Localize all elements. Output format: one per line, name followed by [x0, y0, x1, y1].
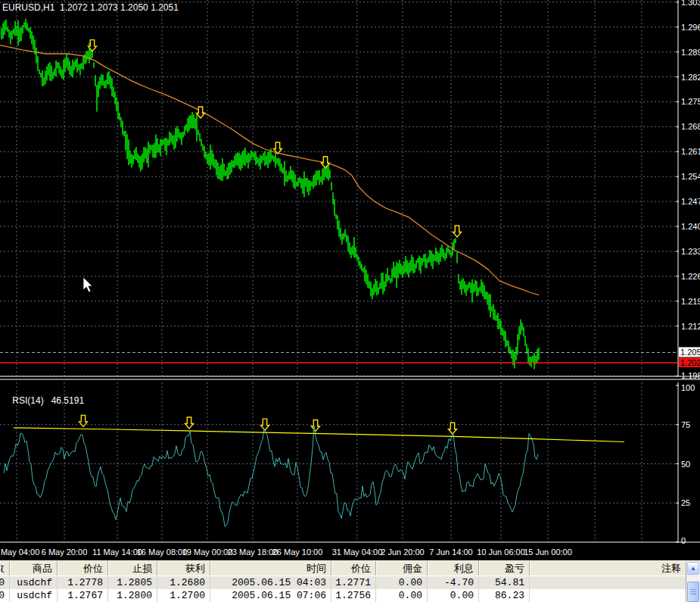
order-cell: 1.2700 — [157, 589, 210, 602]
svg-text:16 May 08:00: 16 May 08:00 — [137, 547, 188, 557]
order-cell: 1.2778 — [58, 576, 108, 589]
order-cell: 54.81 — [479, 576, 530, 589]
svg-text:0: 0 — [681, 536, 686, 545]
svg-text:1.2195: 1.2195 — [681, 297, 700, 306]
terminal-scrollbar[interactable]: ▲ — [686, 562, 700, 602]
terminal-header-5[interactable]: 时间 — [210, 561, 331, 575]
svg-text:1.2545: 1.2545 — [681, 172, 700, 181]
svg-text:31 May 04:00: 31 May 04:00 — [332, 547, 383, 557]
price-chart[interactable]: 1.30351.29651.28951.28251.27551.26851.26… — [0, 0, 700, 560]
terminal-header-7[interactable]: 佣金 — [376, 561, 428, 575]
rsi-axis[interactable]: 1007550250 — [676, 382, 695, 545]
order-cell: 0.00 — [376, 576, 428, 589]
terminal-header-10[interactable]: 注释 — [530, 561, 686, 575]
svg-text:1.2335: 1.2335 — [681, 247, 700, 256]
scrollbar-grip-icon — [690, 589, 696, 594]
order-cell: 0.00 — [376, 589, 428, 602]
order-cell: 00 — [0, 589, 10, 602]
chart-ohlc-title: EURUSD,H1 1.2072 1.2073 1.2050 1.2051 — [2, 2, 179, 13]
svg-text:23 May 18:00: 23 May 18:00 — [228, 547, 278, 557]
sell-arrow-icon — [453, 226, 462, 237]
terminal-header-3[interactable]: 止损 — [108, 561, 157, 575]
rsi-indicator-name: RSI(14) — [12, 395, 43, 406]
trading-terminal-window: EURUSD,H1 1.2072 1.2073 1.2050 1.2051 RS… — [0, 0, 700, 602]
svg-text:1.2405: 1.2405 — [681, 222, 700, 231]
terminal-rows: 00usdchf1.27781.28051.26802005.06.15 04:… — [0, 576, 700, 602]
sell-arrow-icon — [185, 417, 194, 429]
svg-text:1.2825: 1.2825 — [681, 73, 700, 82]
svg-text:75: 75 — [681, 420, 690, 429]
terminal-header-0[interactable]: 数 — [0, 561, 10, 575]
svg-text:11 May 14:00: 11 May 14:00 — [92, 547, 142, 557]
order-cell — [530, 576, 686, 589]
order-cell: 1.2800 — [108, 589, 157, 602]
moving-average-line — [0, 45, 539, 295]
svg-text:1.2022: 1.2022 — [680, 358, 700, 367]
order-cell: 1.2756 — [331, 589, 376, 602]
rsi-indicator-label: RSI(14)46.5191 — [2, 385, 92, 416]
scrollbar-thumb[interactable] — [687, 582, 699, 602]
rsi-indicator-value: 46.5191 — [51, 395, 84, 406]
terminal-header-8[interactable]: 利息 — [428, 561, 479, 575]
order-cell: 1.2771 — [331, 576, 376, 589]
terminal-header-2[interactable]: 价位 — [58, 561, 108, 575]
svg-text:26 May 10:00: 26 May 10:00 — [272, 547, 323, 557]
svg-text:15 Jun 00:00: 15 Jun 00:00 — [524, 547, 572, 557]
order-cell: usdchf — [10, 589, 58, 602]
svg-text:1.3035: 1.3035 — [681, 0, 700, 7]
rsi-grid — [0, 382, 677, 542]
price-axis[interactable]: 1.30351.29651.28951.28251.27551.26851.26… — [676, 0, 700, 380]
scrollbar-up-arrow-icon[interactable]: ▲ — [687, 562, 699, 575]
order-cell: 00 — [0, 576, 10, 589]
order-cell: 2005.06.15 04:03 — [210, 576, 331, 589]
rsi-signal-line — [14, 428, 624, 442]
terminal-header-row: 数商品价位止损获利时间价位佣金利息盈亏注释 — [0, 561, 700, 576]
svg-text:10 Jun 06:00: 10 Jun 06:00 — [477, 547, 525, 557]
svg-text:1.2685: 1.2685 — [681, 122, 700, 131]
svg-text:4 May 04:00: 4 May 04:00 — [0, 547, 39, 557]
sell-signal-arrows — [89, 40, 462, 237]
terminal-header-4[interactable]: 获利 — [157, 561, 210, 575]
svg-text:100: 100 — [681, 383, 695, 392]
time-axis[interactable]: 4 May 04:006 May 20:0011 May 14:0016 May… — [0, 547, 572, 557]
svg-text:1.2475: 1.2475 — [681, 197, 700, 206]
order-cell — [530, 589, 686, 602]
price-bars-series — [2, 19, 539, 370]
terminal-header-9[interactable]: 盈亏 — [479, 561, 530, 575]
svg-text:1.2755: 1.2755 — [681, 97, 700, 106]
svg-text:1.2051: 1.2051 — [680, 348, 700, 357]
order-cell: 86.23 — [479, 589, 530, 602]
terminal-header-1[interactable]: 商品 — [10, 561, 58, 575]
order-cell: 1.2767 — [58, 589, 108, 602]
svg-text:19 May 00:00: 19 May 00:00 — [182, 547, 233, 557]
order-cell: 1.2805 — [108, 576, 157, 589]
svg-text:25: 25 — [681, 498, 690, 507]
order-cell: 0.00 — [428, 589, 479, 602]
svg-text:1.2265: 1.2265 — [681, 272, 700, 281]
svg-text:6 May 20:00: 6 May 20:00 — [42, 547, 88, 557]
svg-text:1.2615: 1.2615 — [681, 147, 700, 156]
sell-arrow-icon — [312, 420, 320, 431]
terminal-panel: 数商品价位止损获利时间价位佣金利息盈亏注释 00usdchf1.27781.28… — [0, 560, 700, 602]
order-cell: 1.2680 — [157, 576, 210, 589]
svg-text:2 Jun 20:00: 2 Jun 20:00 — [381, 547, 425, 557]
rsi-line — [4, 426, 538, 526]
order-cell: 2005.06.15 07:06 — [210, 589, 331, 602]
mouse-cursor — [83, 277, 92, 292]
order-row[interactable]: 00usdchf1.27671.28001.27002005.06.15 07:… — [0, 589, 700, 602]
order-cell: -4.70 — [428, 576, 479, 589]
svg-text:50: 50 — [681, 460, 690, 469]
order-row[interactable]: 00usdchf1.27781.28051.26802005.06.15 04:… — [0, 576, 700, 589]
terminal-header-6[interactable]: 价位 — [331, 561, 376, 575]
order-cell: usdchf — [10, 576, 58, 589]
svg-text:1.2965: 1.2965 — [681, 23, 700, 32]
svg-text:1.2895: 1.2895 — [681, 48, 700, 57]
svg-text:1.2125: 1.2125 — [681, 322, 700, 331]
main-grid — [0, 0, 677, 376]
svg-text:7 Jun 14:00: 7 Jun 14:00 — [429, 547, 473, 557]
